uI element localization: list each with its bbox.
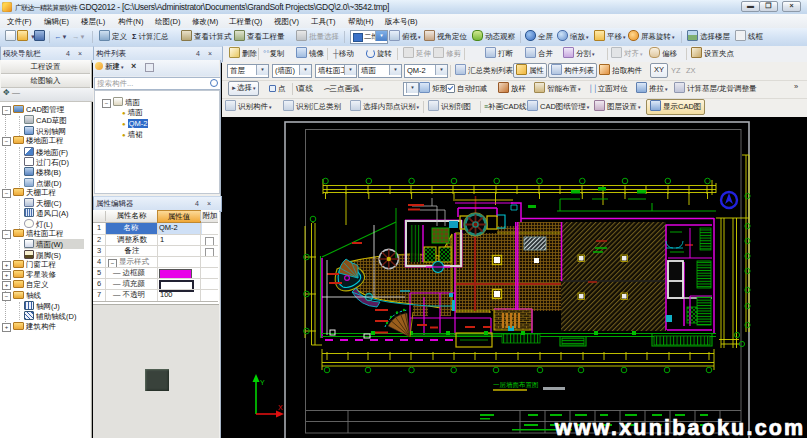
svg-text:一层墙面布置图: 一层墙面布置图 (493, 381, 539, 389)
svg-text:Y: Y (260, 379, 265, 386)
svg-text:X: X (278, 404, 283, 411)
